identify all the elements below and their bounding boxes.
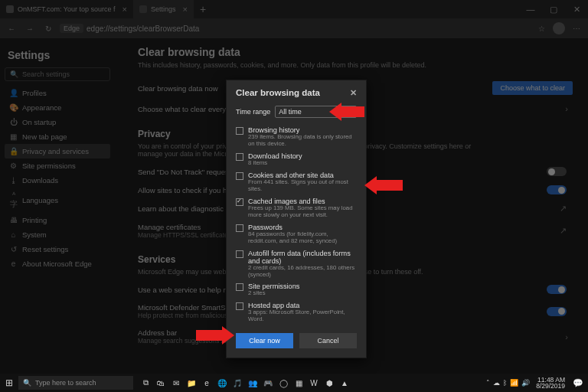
checkbox[interactable]	[236, 153, 243, 161]
option-subtitle: 84 passwords (for fidelity.com, reddit.c…	[248, 231, 357, 245]
store-icon[interactable]: 🛍	[155, 377, 167, 389]
word-icon[interactable]: W	[308, 377, 320, 389]
clear-option-row[interactable]: Cached images and filesFrees up 139 MB. …	[236, 195, 357, 221]
option-subtitle: From 441 sites. Signs you out of most si…	[248, 179, 357, 193]
time-range-select[interactable]: All time ▾	[275, 106, 357, 118]
edge-icon[interactable]: 🌐	[216, 377, 228, 389]
app-icon[interactable]: ⬢	[323, 377, 335, 389]
system-tray: ˄ ☁ ᛒ 📶 🔊 11:48 AM 8/29/2019 💬	[486, 377, 588, 390]
clear-option-row[interactable]: Hosted app data3 apps: Microsoft Store, …	[236, 299, 357, 325]
time-range-value: All time	[279, 108, 302, 116]
chevron-down-icon: ▾	[349, 108, 353, 116]
explorer-icon[interactable]: 📁	[185, 377, 198, 389]
checkbox[interactable]	[236, 250, 243, 258]
onedrive-icon[interactable]: ☁	[493, 379, 500, 387]
clear-option-row[interactable]: Autofill form data (includes forms and c…	[236, 247, 357, 281]
action-center-icon[interactable]: 💬	[571, 378, 585, 388]
cortana-icon[interactable]: ◯	[277, 377, 289, 389]
edge-legacy-icon[interactable]: e	[201, 377, 213, 389]
taskbar-pinned-apps: ⧉ 🛍 ✉ 📁 e 🌐 🎵 👥 🎮 ◯ ▦ W ⬢ ▲	[139, 377, 351, 389]
clear-option-row[interactable]: Browsing history239 items. Browsing data…	[236, 124, 357, 150]
dialog-title: Clear browsing data	[236, 88, 320, 98]
taskbar-search-placeholder: Type here to search	[35, 379, 96, 387]
checkbox[interactable]	[236, 127, 243, 135]
volume-icon[interactable]: 🔊	[521, 379, 530, 387]
checkbox[interactable]	[236, 302, 243, 310]
teams-icon[interactable]: 👥	[247, 377, 259, 389]
checkbox[interactable]	[236, 283, 243, 291]
option-subtitle: Frees up 139 MB. Some sites may load mor…	[248, 205, 357, 219]
search-icon: 🔍	[23, 379, 31, 387]
clear-option-row[interactable]: Site permissions2 sites	[236, 280, 357, 299]
taskbar-search-input[interactable]: 🔍 Type here to search	[18, 376, 133, 390]
app-icon[interactable]: ▦	[292, 377, 305, 389]
mail-icon[interactable]: ✉	[170, 377, 182, 389]
option-subtitle: 3 apps: Microsoft Store, PowerPoint, Wor…	[248, 309, 357, 323]
option-subtitle: 2 credit cards, 16 addresses, 180 others…	[248, 265, 357, 279]
checkbox[interactable]	[236, 172, 243, 180]
clear-option-row[interactable]: Passwords84 passwords (for fidelity.com,…	[236, 221, 357, 247]
option-subtitle: 2 sites	[248, 290, 357, 297]
option-title: Autofill form data (includes forms and c…	[248, 250, 357, 265]
wifi-icon[interactable]: 📶	[510, 379, 518, 387]
tray-overflow-icon[interactable]: ˄	[486, 379, 490, 387]
cancel-button[interactable]: Cancel	[299, 333, 357, 348]
taskbar-clock[interactable]: 11:48 AM 8/29/2019	[533, 377, 568, 390]
checkbox[interactable]	[236, 198, 243, 206]
app-icon[interactable]: ▲	[338, 377, 351, 389]
clock-date: 8/29/2019	[536, 383, 565, 390]
option-subtitle: 239 items. Browsing data is only stored …	[248, 134, 357, 148]
checkbox[interactable]	[236, 224, 243, 232]
xbox-icon[interactable]: 🎮	[262, 377, 274, 389]
windows-taskbar: ⊞ 🔍 Type here to search ⧉ 🛍 ✉ 📁 e 🌐 🎵 👥 …	[0, 374, 588, 392]
clear-option-row[interactable]: Download history8 items	[236, 150, 357, 169]
dialog-close-button[interactable]: ✕	[350, 88, 357, 98]
time-range-label: Time range	[236, 108, 270, 116]
clear-now-button[interactable]: Clear now	[236, 333, 293, 348]
start-button[interactable]: ⊞	[0, 377, 18, 388]
bluetooth-icon[interactable]: ᛒ	[503, 379, 507, 387]
music-icon[interactable]: 🎵	[231, 377, 243, 389]
option-subtitle: 8 items	[248, 160, 357, 167]
clear-browsing-data-dialog: Clear browsing data ✕ Time range All tim…	[226, 80, 367, 358]
clear-option-row[interactable]: Cookies and other site dataFrom 441 site…	[236, 169, 357, 195]
task-view-icon[interactable]: ⧉	[139, 377, 152, 389]
